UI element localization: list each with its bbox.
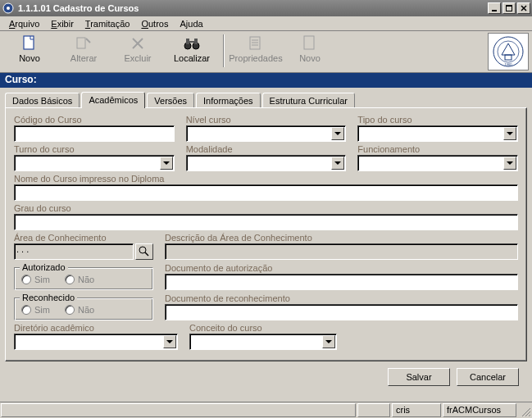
status-form: frACMCursos [443, 403, 516, 417]
binoculars-icon [183, 34, 201, 52]
radio-reconhecido-sim[interactable]: Sim [21, 305, 50, 315]
input-nome-diploma[interactable] [14, 184, 518, 201]
status-cell-1 [1, 403, 356, 417]
close-button[interactable] [517, 2, 530, 14]
toolbar-localizar-label: Localizar [174, 53, 210, 63]
lookup-area-button[interactable] [135, 243, 153, 260]
svg-rect-24 [505, 55, 512, 60]
label-desc-area: Descrição da Área de Conhecimento [165, 233, 518, 243]
input-codigo[interactable] [14, 125, 175, 142]
toolbar-novo[interactable]: Novo [3, 33, 56, 65]
toolbar-propriedades: Propriedades [230, 33, 282, 65]
select-tipo[interactable] [357, 125, 518, 142]
tab-strip: Dados Básicos Acadêmicos Versões Informa… [5, 89, 527, 107]
label-nome-diploma: Nome do Curso impresso no Diploma [14, 174, 518, 184]
select-turno[interactable] [14, 155, 175, 171]
properties-icon [247, 34, 265, 52]
new-icon [20, 34, 39, 52]
app-icon [2, 2, 15, 15]
tab-dados-basicos[interactable]: Dados Básicos [5, 93, 80, 107]
status-user: cris [392, 403, 441, 417]
svg-rect-2 [492, 10, 497, 11]
svg-rect-7 [24, 36, 34, 49]
svg-rect-14 [186, 39, 189, 44]
svg-line-27 [145, 252, 148, 256]
input-area[interactable]: . . . [14, 243, 134, 260]
chevron-down-icon[interactable] [503, 157, 516, 170]
svg-point-26 [139, 247, 146, 253]
cancel-button[interactable]: Cancelar [457, 368, 519, 386]
window-title: 1.1.1.01 Cadastro de Cursos [18, 3, 488, 13]
toolbar-excluir: Excluir [111, 33, 164, 65]
search-icon [139, 246, 150, 257]
radio-autorizado-sim[interactable]: Sim [21, 275, 50, 284]
label-codigo: Código do Curso [14, 115, 175, 125]
toolbar-novo2: Novo [284, 33, 336, 65]
edit-icon [75, 34, 93, 52]
label-nivel: Nível curso [186, 115, 347, 125]
menu-arquivo[interactable]: Arquivo [3, 18, 45, 30]
chevron-down-icon[interactable] [331, 127, 344, 140]
toolbar-novo-label: Novo [19, 53, 40, 63]
status-bar: cris frACMCursos [0, 402, 532, 418]
maximize-button[interactable] [502, 2, 516, 14]
label-turno: Turno do curso [14, 144, 175, 154]
window-buttons [488, 2, 530, 14]
input-doc-aut[interactable] [165, 274, 518, 290]
menu-exibir[interactable]: Exibir [45, 18, 80, 30]
title-bar: 1.1.1.01 Cadastro de Cursos [0, 0, 532, 16]
group-autorizado: Autorizado Sim Não [14, 267, 153, 290]
menu-outros[interactable]: Outros [135, 18, 174, 30]
toolbar-novo2-label: Novo [299, 53, 321, 63]
content-area: Dados Básicos Acadêmicos Versões Informa… [0, 88, 532, 393]
select-nivel[interactable] [186, 125, 347, 142]
label-grau: Grau do curso [14, 203, 518, 213]
select-modalidade[interactable] [186, 155, 347, 171]
minimize-button[interactable] [488, 2, 501, 14]
new2-icon [301, 34, 319, 52]
tab-informacoes[interactable]: Informações [196, 93, 261, 107]
radio-reconhecido-nao[interactable]: Não [65, 305, 94, 315]
chevron-down-icon[interactable] [503, 127, 516, 140]
label-diretorio: Diretório acadêmico [14, 323, 178, 333]
tab-academicos[interactable]: Acadêmicos [81, 92, 145, 108]
toolbar-localizar[interactable]: Localizar [166, 33, 218, 65]
save-button[interactable]: Salvar [388, 368, 450, 386]
select-diretorio[interactable] [14, 334, 178, 350]
chevron-down-icon[interactable] [160, 157, 173, 170]
toolbar-alterar: Alterar [57, 33, 110, 65]
toolbar-propriedades-label: Propriedades [229, 53, 282, 63]
university-crest: 1960 [488, 33, 529, 70]
curso-header: Curso: [0, 73, 532, 88]
svg-rect-15 [194, 39, 198, 44]
select-funcionamento[interactable] [357, 155, 518, 171]
status-cell-2 [357, 403, 390, 417]
toolbar-wrap: Novo Alterar Excluir Localizar Proprieda… [0, 31, 532, 73]
chevron-down-icon[interactable] [163, 335, 176, 348]
label-conceito: Conceito do curso [189, 323, 337, 333]
radio-autorizado-nao[interactable]: Não [65, 275, 94, 284]
toolbar-separator [223, 34, 225, 67]
menu-ajuda[interactable]: Ajuda [174, 18, 208, 30]
delete-icon [129, 34, 147, 52]
tab-versoes[interactable]: Versões [147, 93, 194, 107]
label-area: Área de Conhecimento [14, 233, 153, 243]
input-doc-rec[interactable] [165, 304, 518, 320]
toolbar-alterar-label: Alterar [70, 53, 97, 63]
chevron-down-icon[interactable] [322, 335, 335, 348]
input-desc-area [165, 243, 518, 260]
label-doc-rec: Documento de reconhecimento [165, 293, 518, 303]
tab-estrutura[interactable]: Estrutura Curricular [262, 93, 355, 107]
svg-rect-4 [506, 5, 512, 7]
svg-rect-21 [304, 36, 314, 49]
label-tipo: Tipo do curso [357, 115, 518, 125]
menu-bar: Arquivo Exibir Tramitação Outros Ajuda [0, 16, 532, 31]
input-grau[interactable] [14, 214, 518, 230]
svg-point-1 [7, 7, 10, 10]
select-conceito[interactable] [189, 334, 337, 350]
label-modalidade: Modalidade [186, 144, 347, 154]
chevron-down-icon[interactable] [331, 157, 344, 170]
label-doc-aut: Documento de autorização [165, 263, 518, 273]
menu-tramitacao[interactable]: Tramitação [80, 18, 136, 30]
resize-grip[interactable] [517, 402, 532, 418]
